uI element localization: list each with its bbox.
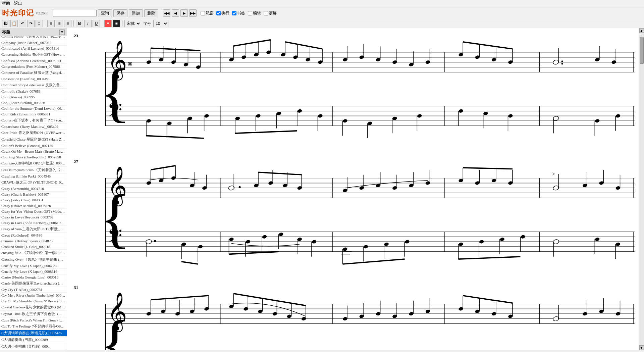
scroll-track[interactable]	[639, 34, 644, 345]
sidebar-item[interactable]: C大调钢琴协奏曲(班蟾见识)_0002426	[0, 330, 67, 337]
sidebar-item[interactable]: Crucify My Love (X Japan)_0004367	[0, 263, 67, 269]
sidebar-item[interactable]: C大调前奏曲 (巴赫)_0000389	[0, 337, 67, 343]
search-input[interactable]	[53, 10, 97, 16]
sidebar-list[interactable]: Come and Get Your Love (Redbone)_00070..…	[0, 36, 67, 350]
measure-number-23: 23	[74, 33, 78, 39]
svg-point-231	[479, 240, 484, 244]
undo-button[interactable]: ↶	[19, 20, 26, 27]
format-icon-2[interactable]: 📋	[10, 20, 18, 27]
checkbox-edit[interactable]: 编辑	[248, 10, 261, 16]
sidebar-item[interactable]: Cool (Gwen Stefani)_003326	[0, 100, 67, 106]
sidebar-item[interactable]: Cool for the Summer (Demi Lovato)_006627	[0, 106, 67, 111]
menu-exit[interactable]: 退出	[14, 1, 22, 6]
font-family-select[interactable]: 宋体	[124, 20, 141, 27]
sidebar-item[interactable]: Crush-美国偶像亚军David archuleta (Davic...	[0, 280, 67, 287]
redo-button[interactable]: ↷	[27, 20, 35, 27]
svg-point-203	[198, 245, 203, 249]
svg-line-214	[229, 252, 279, 254]
sidebar-item[interactable]: Complicated (Avril Lavigne)_0005414	[0, 46, 67, 51]
sidebar-item[interactable]: Confessa (Adriano Celentano)_0006513	[0, 58, 67, 64]
sidebar-item[interactable]: Cool Kids (Echosmith)_0005351	[0, 111, 67, 117]
bold-button[interactable]: B	[76, 20, 83, 27]
add-button[interactable]: 添加	[129, 9, 143, 17]
checkbox-private[interactable]: 私密	[201, 10, 214, 16]
sidebar-item[interactable]: C大调小奏鸣曲 (莫扎特)_000...	[0, 343, 67, 350]
sidebar-item[interactable]: Cry On My Shoulder (Guns N' Roses)_00039	[0, 298, 67, 304]
sidebar-item[interactable]: Crazy (Shawn Mendes)_0006826	[0, 203, 67, 209]
nav-prev-button[interactable]: ◀	[172, 9, 179, 17]
checkbox-execute[interactable]: 执行	[216, 10, 229, 16]
underline-button[interactable]: U	[93, 20, 100, 27]
scroll-down-button[interactable]: ▼	[639, 345, 644, 350]
sidebar-item[interactable]: Crazy (Aerosmith)_0004716	[0, 186, 67, 192]
sidebar-item[interactable]: Coming Home-《勇者大冒险》第二季OST...	[0, 36, 67, 40]
color-black-button[interactable]: ■	[113, 20, 120, 27]
sidebar-item[interactable]: Cups (Pitch Perfect's When I'm Gone) (An…	[0, 317, 67, 323]
align-center-button[interactable]: ≡	[56, 20, 63, 27]
format-icon-1[interactable]: 🖼	[2, 20, 9, 27]
sidebar-item[interactable]: Creep (Radiohead)_004580	[0, 233, 67, 238]
nav-last-button[interactable]: ▶▶	[189, 9, 197, 17]
sidebar-item[interactable]: Continued Story-Code Geass 反叛的鲁路修...	[0, 82, 67, 89]
sidebar-item[interactable]: Copacabana (Barry Manilow)_005409	[0, 124, 67, 130]
save-button[interactable]: 保存	[113, 9, 127, 17]
checkbox-scroll[interactable]: 滚屏	[264, 10, 277, 16]
sidebar-item[interactable]: crossing field-《刀剑神域》第一季OP (Lis...	[0, 250, 67, 256]
menu-help[interactable]: 帮助	[2, 1, 10, 6]
sidebar-item[interactable]: Crazy of You-主君的太阳OST (李珊)_000...	[0, 226, 67, 233]
sidebar-item[interactable]: Crazy for You-Vision Quest OST (Madonna)…	[0, 209, 67, 214]
format-icon-3[interactable]: 🗒	[36, 20, 43, 27]
sidebar-item[interactable]: Company (Justin Bieber)_007082	[0, 40, 67, 46]
svg-point-105	[392, 116, 397, 120]
scroll-thumb[interactable]	[640, 37, 644, 64]
sidebar-item[interactable]: Cry Cry (T-ARA)_0002781	[0, 287, 67, 293]
sidebar-item[interactable]: Coolest-在下坂本，有何贵干？OP (custo...	[0, 117, 67, 124]
sidebar-item[interactable]: Crucify My Love (X Japan)_0008316	[0, 269, 67, 274]
sidebar-item[interactable]: Crazy in Love (Beyoncé)_0003792	[0, 214, 67, 220]
sidebar-item[interactable]: Cruise (Florida Georgia Line)_003010	[0, 274, 67, 280]
sidebar-collapse-button[interactable]: ▼	[59, 30, 65, 35]
sidebar-item[interactable]: Crazy (Patsy Cline)_004951	[0, 197, 67, 203]
checkbox-bookmark[interactable]: 书签	[232, 10, 245, 16]
sidebar-item[interactable]: Crooked Smile (J. Cole)_002918	[0, 244, 67, 250]
sidebar-item[interactable]: Criminal (Britney Spears)_004828	[0, 238, 67, 244]
sidebar-item[interactable]: Cry Me a River (Justin Timberlake)_00040…	[0, 293, 67, 298]
italic-button[interactable]: I	[84, 20, 92, 27]
sidebar-item[interactable]: Consolation (Kalafina)_0004491	[0, 76, 67, 82]
sidebar-item[interactable]: Core Pride-青之驱魔师OP1 (UVERworld)_0...	[0, 130, 67, 136]
sidebar-item[interactable]: Counting Stars (OneRepublic)_0002858	[0, 154, 67, 160]
svg-point-206	[229, 237, 234, 242]
font-size-select[interactable]: 10 12 14 16	[153, 20, 168, 27]
scroll-up-button[interactable]: ▲	[639, 28, 644, 33]
sidebar-item[interactable]: Crazy in Love (Sofia Karlberg)_0006109	[0, 220, 67, 226]
color-red-button[interactable]: A	[104, 20, 112, 27]
sidebar-item[interactable]: Cras Numquam Scire-《刀钟餐宴的书架》...	[0, 167, 67, 173]
sidebar-item[interactable]: Crawling (Linkin Park)_0004945	[0, 173, 67, 179]
svg-line-156	[258, 172, 302, 174]
sidebar-item[interactable]: Cut To The Feeling- 7不起的菲丽莎OST (C...	[0, 323, 67, 330]
align-right-button[interactable]: ≡	[64, 20, 71, 27]
svg-line-205	[181, 262, 198, 264]
sidebar-item[interactable]: Count On Me - Bruno Mars (Bruno Mars)_00…	[0, 149, 67, 154]
sidebar-item[interactable]: Congratulations (Post Malone)_007986	[0, 64, 67, 69]
nav-first-button[interactable]: ◀◀	[163, 9, 170, 17]
sidebar-item[interactable]: Concerning Hobbits-指环王OST (Howard Sh...	[0, 51, 67, 58]
sidebar-item[interactable]: Courage-刀剑神域II OP2 (户松遥)_00051...	[0, 160, 67, 167]
sidebar-item[interactable]: Cornfield Chase-星际穿越OST (Hans Zimme...	[0, 136, 67, 143]
score-area[interactable]: 23 𝄞 𝄪	[67, 28, 639, 350]
align-left-button[interactable]: ≡	[47, 20, 55, 27]
query-button[interactable]: 查询	[98, 9, 112, 17]
sidebar-item[interactable]: Crystal Garden-花与少女的视觉BG (Milio...	[0, 304, 67, 311]
sidebar-item[interactable]: Conquest of Paradise-征服天堂 (Vangelis)_...	[0, 69, 67, 76]
separator-4	[122, 20, 122, 27]
sidebar-item[interactable]: Crystal Time-数之王子脚下角色歌（一之王...	[0, 311, 67, 317]
right-scrollbar[interactable]: ▲ ▼	[639, 28, 644, 350]
nav-next-button[interactable]: ▶	[180, 9, 188, 17]
sidebar-item[interactable]: CRAWL-镰之王 OP (VELTPUNCH)_0004721	[0, 179, 67, 186]
delete-button[interactable]: 删除	[144, 9, 158, 17]
sidebar-item[interactable]: Couldn't Believe (Broods)_007135	[0, 143, 67, 149]
sidebar-item[interactable]: Cool (Alesso)_006995	[0, 94, 67, 100]
sidebar-item[interactable]: Crossing Over-《凤凰》电影主题曲 (神思...	[0, 256, 67, 263]
sidebar-item[interactable]: Controlla (Drake)_007053	[0, 89, 67, 94]
sidebar-item[interactable]: Crazy (Gnarls Barkley)_005407	[0, 192, 67, 197]
